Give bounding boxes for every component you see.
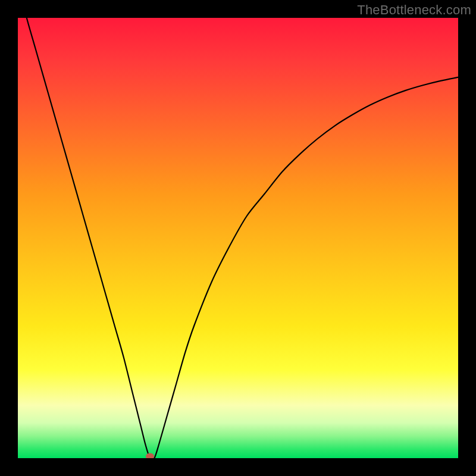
chart-frame: TheBottleneck.com [0, 0, 476, 476]
curve-svg [18, 18, 458, 458]
bottleneck-curve [18, 18, 458, 458]
plot-area [18, 18, 458, 458]
minimum-marker [146, 453, 154, 459]
watermark-text: TheBottleneck.com [357, 2, 471, 18]
